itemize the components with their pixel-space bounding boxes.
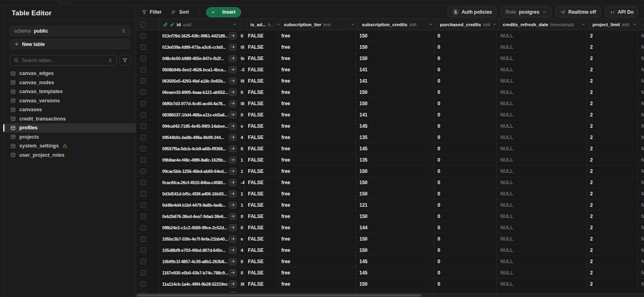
cell-overflow[interactable]: NULL <box>638 278 644 289</box>
cell-purchased-credits[interactable]: 0 <box>434 278 497 289</box>
cell-clipped-fragment[interactable]: 1 <box>240 154 245 165</box>
row-expand-button[interactable] <box>229 280 237 288</box>
cell-project-limit[interactable]: 2 <box>587 53 638 64</box>
cell-clipped-fragment[interactable]: -4 <box>240 177 245 188</box>
cell-subscription-tier[interactable]: free <box>278 245 356 255</box>
cell-id[interactable]: 1167e930-e5b0-43b7-b74c-788c9... <box>160 267 240 278</box>
cell-id[interactable]: 105bc3b7-03fe-4e7f-9efa-21bb40... <box>160 233 240 244</box>
cell-credits-refresh-date[interactable]: NULL <box>497 42 587 52</box>
cell-id[interactable]: 06f6b7d3-977d-4cd0-acd4-4a78... <box>160 98 240 109</box>
cell-purchased-credits[interactable]: 0 <box>434 267 497 278</box>
cell-is-admin[interactable]: FALSE <box>245 188 278 199</box>
row-expand-button[interactable] <box>229 224 237 231</box>
cell-clipped-fragment[interactable]: 0 <box>240 30 245 41</box>
cell-id[interactable]: 10b99c1f-4857-4c39-a8b1-263b8... <box>160 256 240 267</box>
cell-subscription-tier[interactable]: free <box>278 222 356 233</box>
cell-clipped-fragment[interactable]: 0 <box>240 109 245 120</box>
row-expand-button[interactable] <box>229 201 237 209</box>
cell-is-admin[interactable]: FALSE <box>245 132 278 143</box>
cell-clipped-fragment[interactable]: 00 <box>240 75 245 86</box>
cell-overflow[interactable]: NULL <box>638 256 644 267</box>
cell-id[interactable]: 094caf42-7185-4e45-99f3-14abee... <box>160 120 240 131</box>
cell-id[interactable]: 0508b94b-5ee2-4626-bca1-4bca... <box>160 64 240 75</box>
column-menu-chevron-icon[interactable] <box>232 22 237 27</box>
cell-is-admin[interactable]: FALSE <box>245 53 278 64</box>
row-expand-button[interactable] <box>229 77 237 85</box>
cell-clipped-fragment[interactable]: 1 <box>240 166 245 177</box>
cell-id[interactable]: 09544b0c-ba9b-496a-9b09-244... <box>160 132 240 143</box>
cell-credits-refresh-date[interactable]: NULL <box>497 143 587 154</box>
row-expand-button[interactable] <box>229 258 237 265</box>
row-expand-button[interactable] <box>229 55 237 62</box>
cell-overflow[interactable]: NULL <box>638 98 644 109</box>
cell-credits-refresh-date[interactable]: NULL <box>497 53 587 64</box>
column-header-project_limit[interactable]: project_limitint4 <box>589 19 640 30</box>
cell-overflow[interactable]: NULL <box>638 120 644 131</box>
cell-subscription-tier[interactable]: free <box>278 143 356 154</box>
new-table-button[interactable]: New table <box>10 39 130 49</box>
cell-subscription-tier[interactable]: free <box>278 166 356 177</box>
cell-purchased-credits[interactable]: 0 <box>434 53 497 64</box>
cell-credits-refresh-date[interactable]: NULL <box>497 199 587 210</box>
cell-id[interactable]: 0f8b24e2-c1c2-4589-99ce-2c52d... <box>160 222 240 233</box>
cell-project-limit[interactable]: 2 <box>587 199 638 210</box>
cell-is-admin[interactable]: FALSE <box>245 199 278 210</box>
cell-subscription-credits[interactable]: 150 <box>356 233 434 244</box>
cell-is-admin[interactable]: FALSE <box>245 267 278 278</box>
cell-overflow[interactable]: NULL <box>638 87 644 98</box>
horizontal-scrollbar[interactable] <box>136 293 644 297</box>
cell-project-limit[interactable]: 2 <box>587 278 638 289</box>
chevrons-up-down-icon[interactable] <box>108 58 113 63</box>
cell-overflow[interactable]: NULL <box>638 109 644 120</box>
cell-project-limit[interactable]: 2 <box>587 222 638 233</box>
cell-subscription-credits[interactable]: 144 <box>356 222 434 233</box>
cell-credits-refresh-date[interactable]: NULL <box>497 166 587 177</box>
cell-purchased-credits[interactable]: 0 <box>434 166 497 177</box>
cell-is-admin[interactable]: FALSE <box>245 154 278 165</box>
cell-overflow[interactable]: NULL <box>638 222 644 233</box>
cell-overflow[interactable]: NULL <box>638 53 644 64</box>
cell-project-limit[interactable]: 2 <box>587 256 638 267</box>
column-menu-chevron-icon[interactable] <box>429 22 433 27</box>
cell-subscription-credits[interactable]: 141 <box>356 64 434 75</box>
cell-overflow[interactable]: NULL <box>638 132 644 143</box>
cell-is-admin[interactable]: FALSE <box>245 87 278 98</box>
cell-credits-refresh-date[interactable]: NULL <box>497 245 587 255</box>
cell-subscription-tier[interactable]: free <box>278 109 356 120</box>
cell-id[interactable]: 013cf78d-1625-43fc-9961-442189... <box>160 30 240 41</box>
cell-clipped-fragment[interactable]: 4 <box>240 245 245 255</box>
cell-subscription-credits[interactable]: 150 <box>356 42 434 52</box>
row-expand-button[interactable] <box>229 123 237 130</box>
cell-subscription-credits[interactable]: 135 <box>356 154 434 165</box>
cell-overflow[interactable]: NULL <box>638 267 644 278</box>
cell-overflow[interactable]: NULL <box>638 245 644 255</box>
role-select-button[interactable]: Role postgres <box>501 7 551 17</box>
cell-project-limit[interactable]: 2 <box>587 188 638 199</box>
cell-is-admin[interactable]: FALSE <box>245 222 278 233</box>
cell-subscription-credits[interactable]: 150 <box>356 166 434 177</box>
cell-id[interactable]: 09b8ae4e-f48c-4f89-8a8c-1629b... <box>160 154 240 165</box>
cell-credits-refresh-date[interactable]: NULL <box>497 233 587 244</box>
cell-subscription-credits[interactable]: 150 <box>356 278 434 289</box>
cell-clipped-fragment[interactable]: 00 <box>240 278 245 289</box>
row-expand-button[interactable] <box>229 66 237 73</box>
cell-id[interactable]: 08386537-10d4-488a-a11e-eb5a6... <box>160 109 240 120</box>
realtime-toggle-button[interactable]: Realtime off <box>555 7 601 17</box>
column-header-id[interactable]: iduuid <box>160 19 240 30</box>
column-menu-chevron-icon[interactable] <box>492 22 497 27</box>
sidebar-item-canvas_nodes[interactable]: canvas_nodes <box>4 78 136 87</box>
cell-project-limit[interactable]: 2 <box>587 166 638 177</box>
cell-is-admin[interactable]: FALSE <box>245 278 278 289</box>
cell-id[interactable]: 063505e5-4293-4faf-a18c-0e65b... <box>160 75 240 86</box>
cell-is-admin[interactable]: FALSE <box>245 143 278 154</box>
filter-button[interactable]: Filter <box>142 9 161 15</box>
cell-subscription-tier[interactable]: free <box>278 53 356 64</box>
column-menu-chevron-icon[interactable] <box>632 22 637 27</box>
cell-clipped-fragment[interactable]: 0 <box>240 211 245 222</box>
cell-project-limit[interactable]: 2 <box>587 120 638 131</box>
cell-clipped-fragment[interactable]: -0 <box>240 64 245 75</box>
cell-id[interactable]: 0eb2b676-38ed-4ea7-9dad-38e6... <box>160 211 240 222</box>
cell-id[interactable]: 048c4e50-b989-455e-847e-fb2f... <box>160 53 240 64</box>
sidebar-item-credit_transactions[interactable]: credit_transactions <box>4 114 136 124</box>
sidebar-item-canvas_templates[interactable]: canvas_templates <box>4 87 136 96</box>
